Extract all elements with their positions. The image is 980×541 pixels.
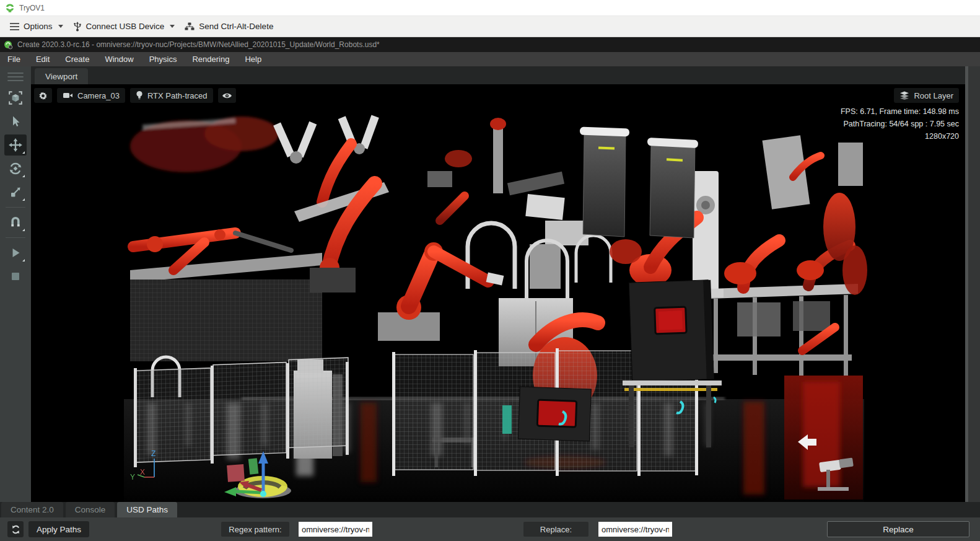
tool-flyout-indicator [22, 198, 25, 201]
lightbulb-icon [136, 90, 143, 100]
sidebar-drag-handle[interactable] [7, 71, 24, 85]
play-icon [9, 246, 22, 260]
viewport-panel: Viewport [31, 66, 965, 502]
usb-icon [73, 21, 82, 32]
viewport-canvas[interactable]: Z X Y [31, 84, 965, 502]
refresh-icon [11, 525, 20, 534]
menubar: File Edit Create Window Physics Renderin… [0, 52, 980, 66]
menu-file[interactable]: File [7, 55, 20, 64]
sidebar-divider [6, 237, 25, 238]
tool-sidebar [0, 66, 31, 502]
app-title: Create 2020.3.0-rc.16 - omniverse://tryo… [17, 40, 380, 49]
camera-select-button[interactable]: Camera_03 [57, 88, 125, 103]
axis-z-label: Z [151, 449, 155, 458]
remote-toolbar: Options Connect USB Device [0, 16, 980, 37]
cursor-icon [9, 115, 22, 128]
move-icon [8, 138, 23, 152]
render-stats: FPS: 6.71, Frame time: 148.98 ms PathTra… [841, 105, 959, 143]
eye-icon [222, 92, 232, 100]
tab-content-2-0[interactable]: Content 2.0 [1, 502, 63, 517]
select-tool[interactable] [4, 111, 27, 132]
os-titlebar: TryOV1 [0, 0, 980, 16]
chevron-down-icon [58, 25, 63, 28]
viewport-controls: Camera_03 RTX Path-traced [34, 88, 236, 103]
snap-tool[interactable] [4, 212, 27, 233]
menu-physics[interactable]: Physics [149, 55, 177, 64]
os-window-title: TryOV1 [19, 4, 45, 12]
tool-flyout-indicator [22, 259, 25, 262]
scale-tool[interactable] [4, 182, 27, 203]
rotate-icon [8, 161, 23, 176]
axis-x-label: X [140, 468, 145, 477]
viewport-settings-button[interactable] [34, 88, 52, 103]
stat-pathtracing: PathTracing: 54/64 spp : 7.95 sec [841, 118, 959, 130]
stop-tool[interactable] [4, 266, 27, 287]
regex-pattern-input[interactable] [299, 522, 372, 537]
bottom-panel-tabs: Content 2.0 Console USD Paths [0, 502, 980, 517]
replace-input[interactable] [598, 522, 672, 537]
play-tool[interactable] [4, 242, 27, 263]
root-layer-button[interactable]: Root Layer [894, 88, 959, 103]
frame-selection-tool[interactable] [4, 87, 27, 108]
apply-paths-button[interactable]: Apply Paths [28, 521, 89, 537]
remote-viewer-window: TryOV1 Options Connect USB Device [0, 0, 980, 541]
stat-fps: FPS: 6.71, Frame time: 148.98 ms [841, 105, 959, 118]
red-wall [784, 376, 863, 499]
send-ctrl-alt-delete-button[interactable]: Send Ctrl-Alt-Delete [182, 22, 276, 31]
stop-icon [9, 270, 22, 283]
viewport-render[interactable]: Z X Y [31, 84, 965, 502]
regex-pattern-label: Regex pattern: [221, 522, 289, 537]
visibility-button[interactable] [218, 88, 236, 103]
stat-resolution: 1280x720 [841, 130, 959, 143]
chevron-down-icon [170, 25, 175, 28]
replace-label: Replace: [523, 522, 588, 537]
menu-help[interactable]: Help [245, 55, 261, 64]
renderer-name: RTX Path-traced [147, 91, 208, 100]
refresh-button[interactable] [7, 521, 24, 537]
tab-viewport[interactable]: Viewport [35, 68, 88, 84]
rotate-tool[interactable] [4, 158, 27, 179]
replace-button[interactable]: Replace [827, 521, 969, 537]
menu-edit[interactable]: Edit [36, 55, 50, 64]
camera-icon [63, 91, 73, 100]
tab-usd-paths[interactable]: USD Paths [117, 502, 177, 517]
gear-icon [38, 91, 48, 100]
scale-icon [9, 185, 22, 199]
options-label: Options [24, 22, 53, 31]
tool-flyout-indicator [22, 151, 25, 154]
move-tool[interactable] [4, 134, 27, 156]
renderer-select-button[interactable]: RTX Path-traced [130, 88, 213, 103]
root-layer-label: Root Layer [914, 91, 953, 100]
app-titlebar: Create 2020.3.0-rc.16 - omniverse://tryo… [0, 37, 980, 52]
right-scrollbar-rail[interactable] [965, 66, 980, 502]
usd-paths-bar: Apply Paths Regex pattern: Replace: Repl… [0, 517, 980, 541]
send-cad-label: Send Ctrl-Alt-Delete [199, 22, 273, 31]
layers-icon [899, 91, 909, 100]
omniverse-create-icon [4, 40, 13, 50]
menu-window[interactable]: Window [105, 55, 133, 64]
hamburger-icon [10, 23, 19, 30]
tool-flyout-indicator [22, 229, 25, 231]
viewport-tab-row: Viewport [31, 66, 965, 84]
main-area: Viewport [0, 66, 980, 502]
axis-y-label: Y [130, 473, 135, 482]
sidebar-divider [6, 207, 25, 208]
menu-create[interactable]: Create [65, 55, 89, 64]
tryov-app-icon [5, 3, 15, 13]
tool-flyout-indicator [22, 175, 25, 177]
camera-name: Camera_03 [77, 91, 120, 100]
menu-rendering[interactable]: Rendering [192, 55, 229, 64]
connect-usb-label: Connect USB Device [86, 22, 165, 31]
connect-usb-button[interactable]: Connect USB Device [71, 21, 178, 32]
tab-console[interactable]: Console [66, 502, 115, 517]
options-menu-button[interactable]: Options [7, 22, 66, 31]
magnet-icon [9, 216, 22, 229]
send-keys-icon [185, 22, 195, 31]
frame-cube-icon [8, 90, 23, 105]
